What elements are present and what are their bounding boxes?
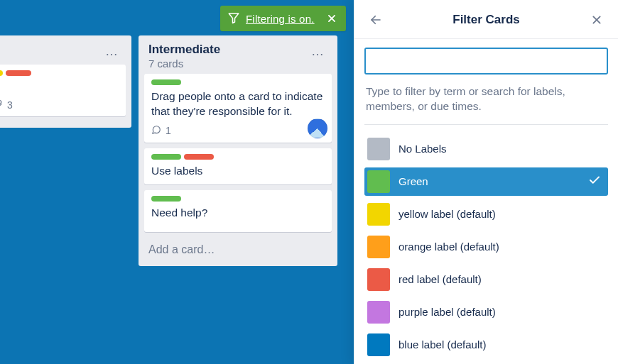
card-text: Drag people onto a card to indicate that… [151,89,325,119]
label-filter-row[interactable]: blue label (default) [364,331,608,359]
list-title[interactable]: Intermediate [148,43,220,56]
filtering-banner[interactable]: Filtering is on. [220,6,346,31]
color-swatch [367,333,390,356]
filter-panel-body: Type to filter by term or search for lab… [354,39,618,364]
card-labels [151,196,325,202]
label-name: No Labels [399,143,601,155]
comment-count: 1 [166,125,171,136]
close-icon[interactable] [325,11,339,26]
label-name: orange label (default) [399,241,601,253]
label-filter-row[interactable]: No Labels [364,135,608,163]
filter-icon [227,11,240,26]
filter-hint-text: Type to filter by term or search for lab… [366,84,607,114]
list-intermediate: Intermediate 7 cards … Drag people onto … [139,35,337,266]
list-menu-icon[interactable]: … [308,43,327,60]
color-swatch [367,203,390,226]
color-swatch [367,301,390,324]
back-icon[interactable] [366,10,386,30]
check-icon [588,174,601,189]
label-green-pill [151,196,181,202]
filtering-banner-text[interactable]: Filtering is on. [246,13,315,25]
filter-panel-title: Filter Cards [386,13,587,27]
color-swatch [367,138,390,160]
svg-marker-0 [229,13,239,23]
color-swatch [367,236,390,258]
filter-panel-header: Filter Cards [354,0,618,39]
label-filter-row[interactable]: red label (default) [364,265,608,294]
comment-icon [151,125,161,137]
label-filter-row[interactable]: purple label (default) [364,298,608,326]
color-swatch [367,170,390,193]
avatar[interactable] [308,118,327,138]
card-use-labels[interactable]: Use labels [144,148,332,184]
card-partial[interactable]: . 3 [0,65,126,116]
attachments-icon [0,99,3,111]
label-name: blue label (default) [399,338,601,351]
card-drag-people[interactable]: Drag people onto a card to indicate that… [144,74,332,143]
label-filter-row[interactable]: Green [364,167,608,196]
label-yellow-pill [0,70,3,76]
label-red-pill [184,154,214,160]
label-name: red label (default) [399,273,601,285]
label-green-pill [151,79,181,85]
card-need-help[interactable]: Need help? [144,190,332,232]
add-card-button[interactable]: Add a card… [144,238,332,260]
close-icon[interactable] [587,10,607,30]
card-text: Use labels [151,164,325,179]
attachment-count: 3 [7,99,13,111]
label-filter-row[interactable]: orange label (default) [364,233,608,261]
color-swatch [367,268,390,291]
label-filter-row[interactable]: yellow label (default) [364,200,608,228]
card-text: Need help? [151,206,325,221]
label-name: Green [399,175,580,187]
label-green-pill [151,154,181,160]
filter-search-input[interactable] [364,48,608,75]
filter-cards-panel: Filter Cards Type to filter by term or s… [354,0,618,364]
list-card-count: 7 cards [148,57,220,70]
label-name: purple label (default) [399,306,601,318]
list-partial: … . 3 [0,35,131,128]
divider [364,124,608,125]
card-labels [151,154,325,160]
label-red-pill [6,70,31,76]
card-labels [151,79,325,85]
card-partial-title: . [0,80,119,93]
label-filter-list: No LabelsGreenyellow label (default)oran… [364,135,608,364]
list-menu-icon[interactable]: … [102,43,121,60]
card-labels [0,70,119,76]
label-name: yellow label (default) [399,208,601,220]
